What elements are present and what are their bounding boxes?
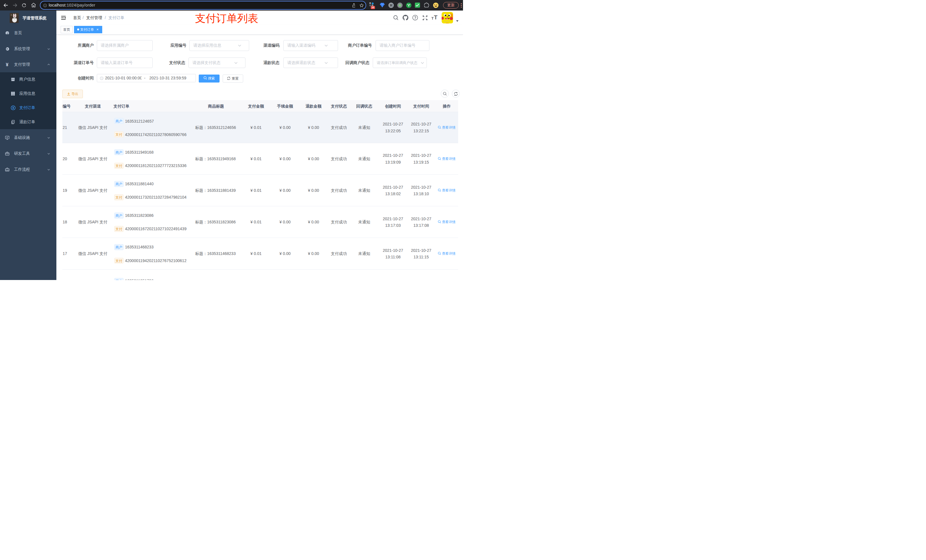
svg-text:⌘: ⌘ — [390, 3, 393, 8]
svg-text:¥: ¥ — [12, 106, 14, 109]
